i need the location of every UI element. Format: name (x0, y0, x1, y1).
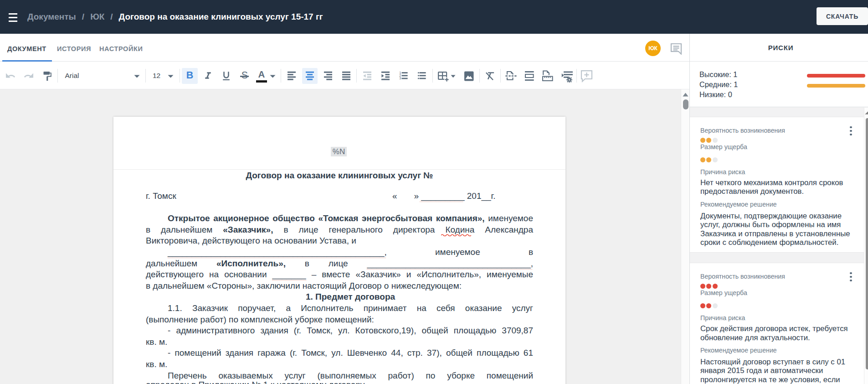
svg-text:3: 3 (399, 76, 401, 80)
